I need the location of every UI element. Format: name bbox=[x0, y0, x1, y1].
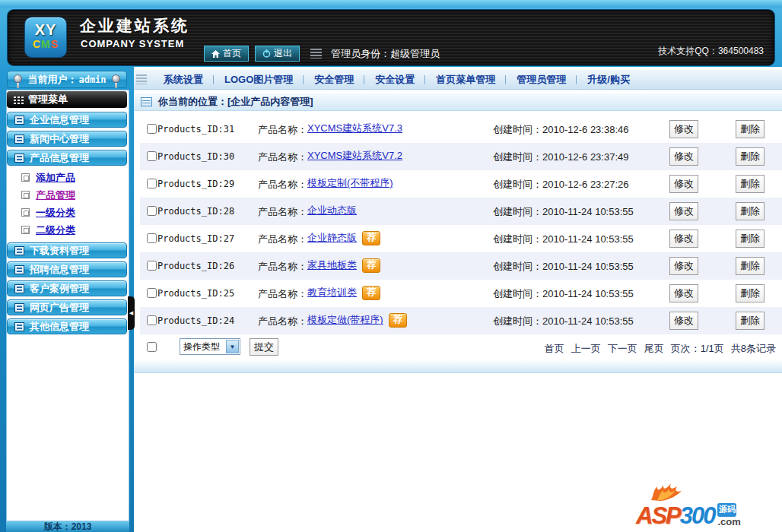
submenu-item[interactable]: 一级分类 bbox=[7, 204, 127, 221]
delete-button[interactable]: 删除 bbox=[736, 257, 765, 275]
pagination-link[interactable]: 下一页 bbox=[608, 342, 637, 356]
row-checkbox[interactable] bbox=[147, 206, 157, 216]
row-checkbox[interactable] bbox=[147, 151, 157, 161]
product-id: Products_ID:25 bbox=[157, 288, 234, 299]
submenu-item-link[interactable]: 产品管理 bbox=[36, 188, 75, 202]
edit-button[interactable]: 修改 bbox=[669, 257, 698, 275]
row-checkbox[interactable] bbox=[147, 288, 157, 298]
edit-button[interactable]: 修改 bbox=[669, 312, 698, 330]
row-checkbox[interactable] bbox=[147, 315, 157, 325]
asp300-text: ASP 300 源码 .com bbox=[636, 503, 741, 527]
sidebar-item[interactable]: 新闻中心管理 bbox=[7, 131, 127, 147]
document-icon bbox=[14, 265, 24, 274]
submenu-item-link[interactable]: 添加产品 bbox=[36, 171, 75, 185]
sidebar-item[interactable]: 招聘信息管理 bbox=[7, 261, 127, 277]
submenu-item-link[interactable]: 二级分类 bbox=[36, 223, 75, 237]
table-row: Products_ID:24 产品名称： 模板定做(带程序) 荐 创建时间：20… bbox=[140, 307, 782, 334]
pagination-link[interactable]: 上一页 bbox=[571, 342, 601, 356]
submenu-item[interactable]: 添加产品 bbox=[7, 169, 127, 186]
logout-button[interactable]: 退出 bbox=[255, 46, 300, 62]
submenu-item[interactable]: 二级分类 bbox=[7, 221, 127, 239]
sidebar-item[interactable]: 企业信息管理 bbox=[7, 112, 127, 128]
created-time-label: 创建时间： bbox=[493, 233, 542, 245]
top-menu-item[interactable]: 安全管理 bbox=[304, 73, 364, 87]
product-name-link[interactable]: 企业动态版 bbox=[307, 204, 357, 217]
asp300-watermark: ASP 300 源码 .com bbox=[636, 483, 773, 527]
edit-button[interactable]: 修改 bbox=[669, 284, 698, 302]
delete-button[interactable]: 删除 bbox=[736, 120, 765, 138]
home-button[interactable]: 首页 bbox=[204, 46, 249, 62]
grid-icon bbox=[13, 96, 24, 104]
row-checkbox[interactable] bbox=[147, 261, 157, 271]
product-name-link[interactable]: XYCMS建站系统V7.2 bbox=[307, 149, 402, 163]
product-name-link[interactable]: 模板定做(带程序) bbox=[307, 313, 383, 327]
asp-text: ASP bbox=[636, 504, 680, 527]
created-time-value: 2010-12-6 23:27:26 bbox=[542, 179, 628, 190]
top-menu-item[interactable]: LOGO图片管理 bbox=[214, 73, 304, 87]
product-name-cell: XYCMS建站系统V7.3 bbox=[307, 122, 402, 135]
row-checkbox[interactable] bbox=[147, 124, 157, 134]
edit-button[interactable]: 修改 bbox=[669, 230, 698, 248]
submenu-item[interactable]: 产品管理 bbox=[7, 186, 127, 204]
product-name-link[interactable]: XYCMS建站系统V7.3 bbox=[307, 122, 402, 135]
sidebar-item[interactable]: 下载资料管理 bbox=[7, 242, 127, 258]
delete-button[interactable]: 删除 bbox=[736, 147, 765, 166]
document-icon bbox=[14, 116, 24, 125]
breadcrumb-label: 你当前的位置：[企业产品内容管理] bbox=[158, 95, 313, 109]
pagination-link[interactable]: 尾页 bbox=[644, 342, 664, 356]
select-all-checkbox[interactable] bbox=[147, 342, 157, 352]
top-menu-item[interactable]: 管理员管理 bbox=[506, 73, 577, 87]
product-id: Products_ID:24 bbox=[157, 315, 234, 326]
product-name-link[interactable]: 家具地板类 bbox=[307, 258, 357, 272]
app-header: XY CMS 企业建站系统 COMPANY SYSTEM 首页 退出 管理员身份… bbox=[8, 10, 774, 65]
products-submenu: 添加产品 产品管理 一级分类 二级分类 bbox=[7, 169, 127, 239]
page-icon bbox=[21, 208, 30, 217]
product-name-link[interactable]: 模板定制(不带程序) bbox=[307, 176, 393, 190]
product-id: Products_ID:31 bbox=[157, 124, 234, 135]
delete-button[interactable]: 删除 bbox=[736, 312, 765, 330]
product-id: Products_ID:29 bbox=[157, 179, 234, 189]
breadcrumb: 你当前的位置：[企业产品内容管理] bbox=[134, 93, 782, 111]
created-time-value: 2010-12-6 23:38:46 bbox=[542, 124, 628, 135]
pagination-link[interactable]: 首页 bbox=[545, 342, 564, 356]
power-icon bbox=[262, 49, 271, 58]
submit-button[interactable]: 提交 bbox=[250, 338, 278, 356]
row-checkbox[interactable] bbox=[147, 179, 157, 188]
submenu-item-link[interactable]: 一级分类 bbox=[36, 206, 75, 220]
product-name-cell: 企业动态版 bbox=[307, 204, 357, 217]
top-menu-item[interactable]: 升级/购买 bbox=[577, 73, 641, 87]
top-menu-item[interactable]: 首页菜单管理 bbox=[425, 73, 506, 87]
action-type-select[interactable]: 操作类型 ▼ bbox=[180, 338, 240, 355]
sidebar-collapse-handle[interactable]: ◀ bbox=[128, 296, 135, 330]
edit-button[interactable]: 修改 bbox=[669, 202, 698, 220]
sidebar-item-label: 网页广告管理 bbox=[30, 301, 89, 315]
document-icon bbox=[14, 154, 24, 163]
sidebar-item[interactable]: 产品信息管理 bbox=[7, 150, 127, 166]
top-menu-item[interactable]: 安全设置 bbox=[364, 73, 425, 87]
delete-button[interactable]: 删除 bbox=[736, 175, 765, 193]
created-time-value: 2010-11-24 10:53:55 bbox=[542, 315, 634, 327]
sidebar-item-label: 客户案例管理 bbox=[30, 282, 89, 296]
sidebar-item[interactable]: 客户案例管理 bbox=[7, 280, 127, 296]
product-name-link[interactable]: 企业静态版 bbox=[307, 231, 357, 245]
sidebar-item[interactable]: 网页广告管理 bbox=[7, 299, 127, 315]
edit-button[interactable]: 修改 bbox=[669, 175, 698, 193]
sidebar-item[interactable]: 其他信息管理 bbox=[7, 318, 127, 334]
delete-button[interactable]: 删除 bbox=[736, 202, 765, 220]
delete-button[interactable]: 删除 bbox=[736, 230, 765, 248]
edit-button[interactable]: 修改 bbox=[669, 147, 698, 166]
edit-button[interactable]: 修改 bbox=[669, 120, 698, 138]
delete-button[interactable]: 删除 bbox=[736, 284, 765, 302]
table-row: Products_ID:31 产品名称： XYCMS建站系统V7.3 创建时间：… bbox=[140, 116, 782, 143]
created-time: 创建时间：2010-12-6 23:37:49 bbox=[493, 150, 628, 164]
page-info: 页次：1/1页 bbox=[671, 342, 724, 356]
asp300-suffix: 源码 .com bbox=[717, 503, 740, 527]
collapse-arrow-icon: ◀ bbox=[129, 310, 133, 316]
document-icon bbox=[14, 246, 24, 255]
product-name-label: 产品名称： bbox=[258, 178, 307, 192]
product-name-link[interactable]: 教育培训类 bbox=[307, 286, 357, 299]
top-menu-item[interactable]: 系统设置 bbox=[153, 73, 214, 87]
document-icon bbox=[14, 322, 24, 331]
row-checkbox[interactable] bbox=[147, 233, 157, 243]
product-id: Products_ID:30 bbox=[157, 151, 234, 162]
